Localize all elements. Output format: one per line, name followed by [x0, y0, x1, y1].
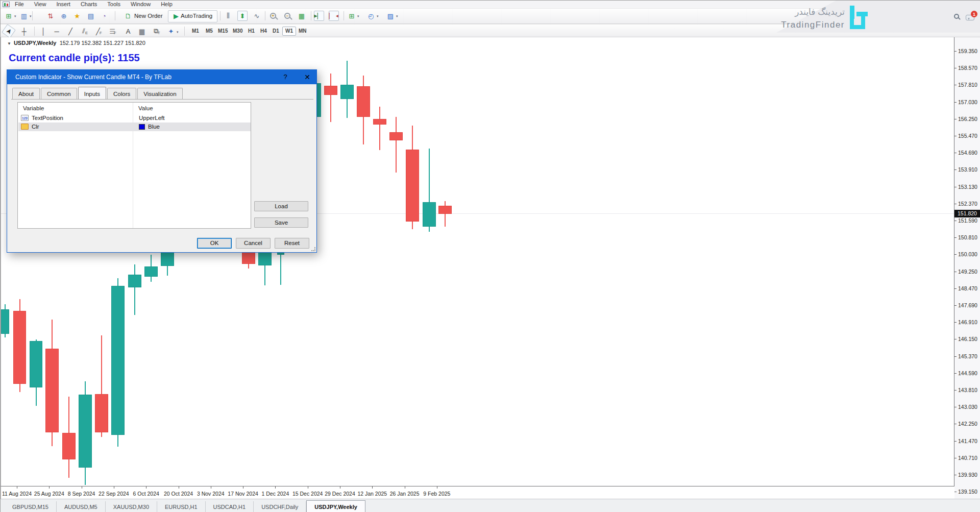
zoom-out-icon[interactable]: −	[282, 11, 292, 21]
arrows-icon[interactable]: ✦	[166, 26, 176, 36]
timeframe-w1[interactable]: W1	[282, 27, 296, 36]
price-label: 144.590	[958, 370, 977, 376]
hline-icon[interactable]: ─	[52, 26, 62, 36]
periods-icon[interactable]: ◴	[366, 11, 376, 21]
menu-insert[interactable]: Insert	[51, 1, 76, 8]
arrows-icon-dropdown[interactable]: ▾	[177, 30, 179, 34]
input-row-clr[interactable]: ClrBlue	[18, 123, 251, 131]
chart-tab-usdcad-h1[interactable]: USDCAD,H1	[206, 501, 254, 512]
auto-scroll-icon[interactable]: ▸⎸	[314, 11, 324, 21]
chart-tab-xauusd-m30[interactable]: XAUUSD,M30	[106, 501, 157, 512]
vline-icon[interactable]: │	[38, 26, 48, 36]
new-chart-icon[interactable]: ⊞	[4, 11, 14, 21]
text-icon[interactable]: A	[123, 26, 133, 36]
timeframe-mn[interactable]: MN	[296, 27, 309, 36]
chart-tab-gbpusd-m15[interactable]: GBPUSD,M15	[5, 501, 57, 512]
new-order-icon-label[interactable]: New Order	[134, 13, 163, 19]
search-icon[interactable]	[954, 14, 959, 19]
dialog-help-button[interactable]: ?	[278, 70, 293, 84]
dialog-tab-visualization[interactable]: Visualization	[137, 88, 182, 99]
dialog-tab-common[interactable]: Common	[41, 88, 77, 99]
reset-button[interactable]: Reset	[275, 238, 309, 249]
date-axis[interactable]: 11 Aug 202425 Aug 20248 Sep 202422 Sep 2…	[1, 486, 954, 499]
candle-wick	[445, 201, 446, 227]
dialog-close-button[interactable]: ✕	[298, 70, 316, 84]
dialog-tab-divider	[11, 99, 313, 100]
strategy-tester-icon[interactable]: ◔	[99, 11, 109, 21]
timeframe-h1[interactable]: H1	[246, 27, 257, 36]
chart-title: ▼USDJPY,Weekly 152.179 152.382 151.227 1…	[7, 40, 145, 46]
dialog-title-bar[interactable]: Custom Indicator - Show Current Candle M…	[7, 70, 316, 84]
menu-window[interactable]: Window	[126, 1, 156, 8]
chart-tab-eurusd-h1[interactable]: EURUSD,H1	[157, 501, 206, 512]
autotrading-icon-label[interactable]: AutoTrading	[181, 13, 212, 19]
timeframe-d1[interactable]: D1	[270, 27, 282, 36]
chart-collapse-icon[interactable]: ▼	[7, 41, 11, 46]
date-tick	[437, 486, 437, 489]
price-label: 147.690	[958, 302, 977, 308]
profiles-icon[interactable]: ▥	[19, 11, 29, 21]
resize-grip[interactable]	[311, 247, 315, 251]
cancel-button[interactable]: Cancel	[236, 238, 271, 249]
trendline-icon[interactable]: ╱	[65, 26, 76, 36]
timeframe-m5[interactable]: M5	[203, 27, 215, 36]
load-button[interactable]: Load	[254, 201, 308, 211]
timeframe-m30[interactable]: M30	[230, 27, 245, 36]
label-icon[interactable]: ▆	[137, 26, 147, 36]
price-tick	[954, 68, 957, 68]
toolbar-separator	[344, 11, 344, 20]
templates-icon[interactable]: ▨	[385, 11, 396, 21]
tile-windows-icon[interactable]: ▦	[297, 11, 307, 21]
toolbar-separator	[184, 27, 185, 36]
menu-view[interactable]: View	[29, 1, 52, 8]
chart-bars-icon[interactable]: ⫼	[223, 11, 233, 21]
chart-shift-icon[interactable]: ⎸◂	[329, 11, 339, 21]
timeframe-h4[interactable]: H4	[258, 27, 270, 36]
new-chart-icon-dropdown[interactable]: ▾	[14, 14, 16, 18]
menu-charts[interactable]: Charts	[76, 1, 102, 8]
param-value[interactable]: UpperLeft	[139, 114, 165, 122]
candle-body	[373, 119, 386, 125]
crosshair-icon[interactable]: ┼	[19, 26, 29, 36]
timeframe-m1[interactable]: M1	[189, 27, 202, 36]
chart-line-icon[interactable]: ∿	[252, 11, 262, 21]
menu-help[interactable]: Help	[156, 1, 178, 8]
chart-tab-audusd-m5[interactable]: AUDUSD,M5	[57, 501, 106, 512]
dialog-tabs: AboutCommonInputsColorsVisualization	[12, 88, 184, 100]
cursor-icon[interactable]: ➤	[2, 24, 16, 38]
periods-icon-dropdown[interactable]: ▾	[377, 14, 379, 18]
chart-tab-usdchf-daily[interactable]: USDCHF,Daily	[254, 501, 306, 512]
profiles-icon-dropdown[interactable]: ▾	[30, 14, 32, 18]
dialog-tab-inputs[interactable]: Inputs	[78, 87, 106, 99]
navigator-icon[interactable]: ★	[72, 11, 82, 21]
dialog-tab-colors[interactable]: Colors	[107, 88, 136, 99]
dialog-tab-about[interactable]: About	[12, 88, 40, 99]
date-tick	[49, 486, 50, 489]
menu-tools[interactable]: Tools	[102, 1, 126, 8]
indicators-icon-dropdown[interactable]: ▾	[357, 14, 359, 18]
market-watch-icon[interactable]: ⇅	[45, 11, 56, 21]
autotrading-icon[interactable]: ▶	[171, 11, 181, 21]
date-label: 8 Sep 2024	[68, 491, 95, 497]
zoom-in-icon[interactable]: +	[268, 11, 278, 21]
date-label: 17 Nov 2024	[228, 491, 258, 497]
save-button[interactable]: Save	[254, 217, 308, 228]
new-order-icon[interactable]: 🗋	[123, 11, 133, 21]
data-window-icon[interactable]: ⊕	[59, 11, 69, 21]
menu-file[interactable]: File	[10, 1, 29, 8]
price-scale[interactable]: 151.820 159.350158.570157.810157.030156.…	[954, 37, 980, 499]
inputs-table[interactable]: Variable Value 123TextPositionUpperLeftC…	[17, 102, 251, 229]
input-row-textposition[interactable]: 123TextPositionUpperLeft	[18, 114, 251, 123]
candle-body	[406, 150, 419, 222]
templates-icon-dropdown[interactable]: ▾	[396, 14, 398, 18]
chart-candles-icon[interactable]: ⬍	[237, 11, 248, 21]
price-label: 142.250	[958, 421, 977, 427]
indicators-icon[interactable]: ⊞	[347, 11, 357, 21]
price-tick	[954, 204, 957, 204]
terminal-icon[interactable]: ▤	[86, 11, 96, 21]
ok-button[interactable]: OK	[197, 238, 232, 249]
timeframe-m15[interactable]: M15	[215, 27, 230, 36]
chart-tab-usdjpy-weekly[interactable]: USDJPY,Weekly	[306, 500, 365, 512]
param-value[interactable]: Blue	[148, 123, 160, 131]
date-label: 12 Jan 2025	[357, 491, 387, 497]
